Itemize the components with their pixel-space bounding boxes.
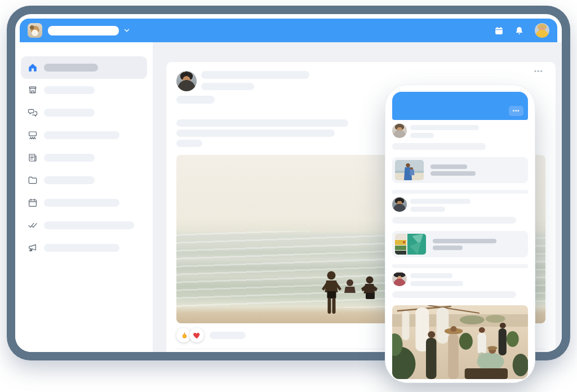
- placeholder-bar: [433, 239, 496, 243]
- placeholder-bar: [44, 221, 134, 229]
- feed-item-header: [392, 197, 528, 212]
- link-preview-bars: [433, 239, 496, 250]
- placeholder-bar: [410, 281, 463, 286]
- phone-feed-item-3[interactable]: [392, 271, 528, 379]
- placeholder-bar: [210, 332, 246, 339]
- phone-menu-button[interactable]: •••: [509, 106, 523, 116]
- placeholder-bar: [410, 125, 479, 130]
- feed-item-header: [392, 271, 528, 286]
- placeholder-text: [392, 143, 486, 150]
- groups-icon: [28, 130, 38, 140]
- post-author-bars: [201, 71, 309, 90]
- double-check-icon: [28, 220, 38, 230]
- sidebar-item-tasks[interactable]: [21, 214, 147, 237]
- heart-icon: [193, 331, 201, 340]
- topbar-actions: [494, 23, 549, 38]
- sidebar-item-announcements[interactable]: [21, 237, 147, 259]
- sidebar-item-home[interactable]: [21, 56, 147, 79]
- stage: •••: [0, 0, 577, 392]
- heart-reaction[interactable]: [189, 328, 204, 342]
- feed-item-name-bars: [410, 123, 479, 138]
- sidebar-item-groups[interactable]: [21, 124, 147, 146]
- placeholder-bar: [410, 273, 452, 278]
- user-avatar[interactable]: [535, 23, 549, 38]
- placeholder-bar: [201, 83, 254, 90]
- feed-separator: [392, 264, 528, 268]
- fire-icon: [180, 331, 188, 340]
- link-preview-bars: [430, 164, 476, 176]
- search-input[interactable]: [48, 26, 119, 35]
- placeholder-bar: [44, 199, 119, 207]
- placeholder-bar: [176, 140, 202, 147]
- feed-item-header: [392, 123, 528, 138]
- collage-thumb: [395, 234, 426, 255]
- storefront-icon: [28, 85, 38, 95]
- chevron-down-icon[interactable]: [123, 26, 131, 34]
- party-photo[interactable]: [392, 305, 528, 379]
- calendar-outline-icon: [28, 198, 38, 208]
- placeholder-bar: [410, 207, 445, 212]
- dog-logo[interactable]: [28, 23, 42, 38]
- placeholder-bar: [430, 164, 467, 169]
- phone-user-avatar-2[interactable]: [392, 197, 407, 212]
- news-icon: [28, 153, 38, 163]
- beach-couple-thumb: [395, 160, 424, 180]
- phone-user-avatar-1[interactable]: [392, 123, 407, 138]
- sidebar-item-marketplace[interactable]: [21, 79, 147, 101]
- placeholder-bar: [44, 109, 95, 117]
- phone-mockup: •••: [385, 84, 535, 383]
- placeholder-bar: [44, 154, 95, 162]
- sidebar-item-messages[interactable]: [21, 101, 147, 124]
- phone-user-avatar-3[interactable]: [392, 271, 407, 286]
- placeholder-bar: [44, 176, 95, 184]
- feed-item-name-bars: [410, 197, 471, 212]
- feed-item-name-bars: [410, 271, 463, 286]
- placeholder-text: [392, 217, 516, 224]
- calendar-icon[interactable]: [494, 26, 504, 35]
- chats-icon: [28, 108, 38, 118]
- phone-feed-item-2[interactable]: [392, 197, 528, 257]
- placeholder-bar: [410, 133, 434, 138]
- post-author-avatar[interactable]: [176, 71, 197, 91]
- placeholder-bar: [433, 246, 463, 250]
- link-preview-card[interactable]: [392, 231, 528, 257]
- placeholder-bar: [176, 96, 215, 104]
- placeholder-bar: [201, 71, 309, 79]
- phone-feed-item-1[interactable]: [392, 123, 528, 183]
- topbar: [20, 19, 557, 42]
- sidebar-nav: [15, 42, 153, 352]
- post-menu-button[interactable]: •••: [534, 68, 543, 74]
- placeholder-bar: [44, 64, 98, 72]
- placeholder-bar: [44, 244, 119, 252]
- link-preview-card[interactable]: [392, 157, 528, 183]
- placeholder-bar: [176, 130, 335, 137]
- sidebar-item-news[interactable]: [21, 146, 147, 169]
- folder-icon: [28, 175, 38, 185]
- placeholder-bar: [44, 131, 119, 139]
- placeholder-text: [392, 291, 516, 298]
- phone-header: •••: [392, 92, 528, 120]
- placeholder-bar: [176, 119, 348, 127]
- bell-icon[interactable]: [514, 26, 524, 35]
- sidebar-item-events[interactable]: [21, 191, 147, 214]
- feed-separator: [392, 190, 528, 194]
- phone-feed: [392, 123, 528, 379]
- placeholder-bar: [44, 86, 95, 94]
- megaphone-icon: [28, 243, 38, 253]
- placeholder-bar: [430, 171, 476, 176]
- sidebar-item-files[interactable]: [21, 169, 147, 191]
- placeholder-bar: [410, 199, 471, 204]
- home-icon: [28, 63, 38, 73]
